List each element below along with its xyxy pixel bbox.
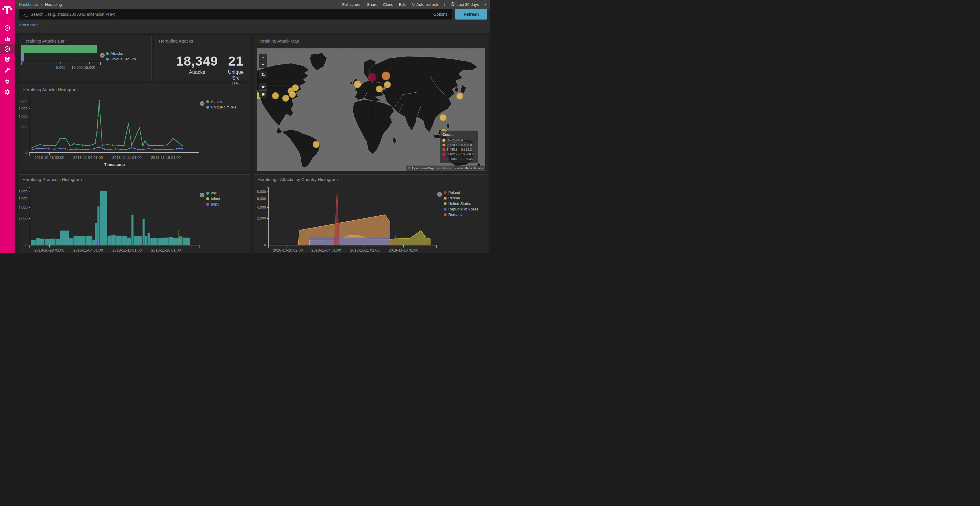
svg-text:2018-11-11 01:00: 2018-11-11 01:00 <box>112 155 142 160</box>
zoom-in-button[interactable]: + <box>259 54 267 61</box>
map-legend-item: 5,455.8 – 8,182.2 <box>442 147 476 152</box>
heartbeat-icon <box>4 78 11 85</box>
wrench-icon <box>4 67 11 73</box>
bar-chart-icon <box>4 35 11 42</box>
sidebar-item-visualize[interactable] <box>0 33 14 44</box>
svg-text:8,000: 8,000 <box>19 190 27 194</box>
legend-item-unique-src-ips[interactable]: Unique Src IPs <box>206 104 236 110</box>
legend-item-russia[interactable]: Russia <box>444 195 478 201</box>
metric-value: 18,349 <box>176 54 218 69</box>
map-legend-item: 10,908.6 – 13,635 <box>442 157 476 161</box>
metric-attacks: 18,349 Attacks <box>176 54 218 75</box>
legend-toggle-chevron-icon[interactable]: › <box>100 53 105 58</box>
svg-text:5,000: 5,000 <box>56 66 65 70</box>
sidebar-item-management[interactable] <box>0 87 14 97</box>
svg-text:8,000: 8,000 <box>257 190 266 194</box>
svg-text:10,000: 10,000 <box>72 66 83 70</box>
sidebar-item-devtools[interactable] <box>0 65 14 75</box>
legend-dot <box>444 202 447 205</box>
gear-icon <box>4 89 11 95</box>
svg-text:8,000: 8,000 <box>19 100 27 104</box>
legend-item-romania[interactable]: Romania <box>444 212 478 217</box>
map-legend-item: 2,729.4 – 5,455.8 <box>442 143 476 147</box>
svg-text:2018-11-18 01:00: 2018-11-18 01:00 <box>388 248 418 252</box>
legend-toggle-chevron-icon[interactable]: › <box>200 101 204 106</box>
svg-text:2018-11-11 01:00: 2018-11-11 01:00 <box>350 248 380 252</box>
add-filter-button[interactable]: Add a filter+ <box>19 23 41 27</box>
time-back-button[interactable]: ‹ <box>444 2 445 7</box>
panel-attacks-histogram: Heralding Attacks Histogram 02,0004,0006… <box>19 84 250 171</box>
svg-text:2018-10-28 02:00: 2018-10-28 02:00 <box>273 248 303 252</box>
legend-item-pop3[interactable]: pop3 <box>206 201 220 207</box>
time-range-label: Last 30 days <box>457 2 479 7</box>
sidebar-item-dashboard[interactable] <box>0 44 14 54</box>
share-button[interactable]: Share <box>367 2 377 7</box>
auto-refresh-label: Auto-refresh <box>416 2 438 7</box>
svg-text:4,000: 4,000 <box>19 206 27 209</box>
telekom-logo-icon[interactable] <box>0 2 14 17</box>
legend-dot <box>444 208 447 211</box>
clone-button[interactable]: Clone <box>383 2 393 7</box>
sidebar-item-monitoring[interactable] <box>0 76 14 87</box>
bear-icon <box>4 56 11 63</box>
legend: Attacks Unique Src IPs <box>106 51 136 62</box>
svg-text:6,000: 6,000 <box>19 107 27 111</box>
options-link[interactable]: Options <box>433 12 447 17</box>
rectangle-draw-button[interactable] <box>259 90 267 98</box>
svg-text:2018-11-04 01:00: 2018-11-04 01:00 <box>73 248 103 252</box>
legend-toggle-chevron-icon[interactable]: › <box>437 192 442 197</box>
main-area: Dashboard / Heralding Full screen Share … <box>14 0 490 253</box>
svg-text:2018-10-28 02:00: 2018-10-28 02:00 <box>34 248 64 252</box>
zoom-out-button[interactable]: − <box>259 61 267 68</box>
auto-refresh-button[interactable]: ↻ Auto-refresh <box>411 2 438 7</box>
world-map[interactable]: + − <box>257 48 485 171</box>
terminal-prompt-icon: >_ <box>23 12 28 17</box>
ems-link[interactable]: Elastic Maps Service <box>454 167 484 170</box>
svg-text:2,000: 2,000 <box>257 216 266 220</box>
panel-title: Heralding Attack Map <box>258 38 299 43</box>
svg-text:Timestamp: Timestamp <box>342 253 363 253</box>
svg-text:2,000: 2,000 <box>19 125 27 129</box>
panel-attack-map: Heralding Attack Map <box>254 36 488 171</box>
legend-item-poland[interactable]: Poland <box>444 190 478 195</box>
svg-text:6,000: 6,000 <box>19 197 27 201</box>
edit-button[interactable]: Edit <box>399 2 406 7</box>
time-range-picker[interactable]: Last 30 days <box>450 2 479 7</box>
crop-tool-button[interactable] <box>259 71 267 78</box>
sidebar-item-discover[interactable] <box>0 23 14 33</box>
sidebar-item-bear[interactable] <box>0 54 14 65</box>
breadcrumb-dashboard-link[interactable]: Dashboard <box>19 2 38 7</box>
legend-toggle-chevron-icon[interactable]: › <box>200 193 204 197</box>
legend-item-republic-of-korea[interactable]: Republic of Korea <box>444 206 478 212</box>
legend: Poland Russia United States Republic of … <box>444 190 478 217</box>
svg-text:2,000: 2,000 <box>19 216 27 220</box>
legend-dot <box>206 100 209 103</box>
legend-dot <box>206 197 209 200</box>
legend-dot <box>444 197 447 200</box>
panel-country-histogram: Heralding - Attacks by Country Histogram… <box>254 174 488 253</box>
search-input[interactable] <box>30 12 433 17</box>
compass-icon <box>4 24 11 32</box>
metric-unique-src-ips: 21 Unique Src IPs <box>228 54 243 87</box>
legend-item-united-states[interactable]: United States <box>444 201 478 206</box>
svg-text:4,000: 4,000 <box>257 206 266 209</box>
legend-item-attacks[interactable]: Attacks <box>106 51 136 56</box>
legend-item-unique-src-ips[interactable]: Unique Src IPs <box>106 56 136 62</box>
breadcrumb: Dashboard / Heralding <box>19 2 62 7</box>
legend-item-attacks[interactable]: Attacks <box>206 99 236 104</box>
legend-dot <box>206 192 209 195</box>
osm-link[interactable]: OpenStreetMap <box>411 167 434 170</box>
legend-item-telnet[interactable]: telnet <box>206 196 220 201</box>
svg-text:2018-11-11 01:00: 2018-11-11 01:00 <box>112 248 142 252</box>
panel-protocols-histogram: Heralding Protocols Histogram 02,0004,00… <box>19 174 250 253</box>
legend-dot <box>206 203 209 206</box>
map-draw-controls <box>259 83 267 98</box>
full-screen-button[interactable]: Full screen <box>342 2 361 7</box>
legend-item-vnc[interactable]: vnc <box>206 190 220 196</box>
map-crop-control <box>259 71 267 78</box>
plus-icon: + <box>39 23 41 27</box>
legend: vnc telnet pop3 <box>206 190 220 207</box>
polygon-draw-button[interactable] <box>259 83 267 90</box>
refresh-button[interactable]: Refresh <box>455 9 487 19</box>
time-forward-button[interactable]: › <box>484 2 486 7</box>
